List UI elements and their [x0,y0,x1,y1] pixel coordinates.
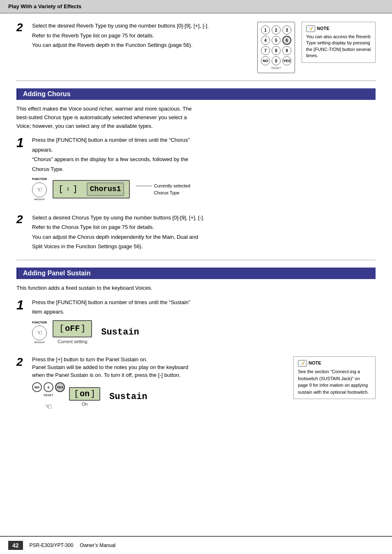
reverb-line1: Select the desired Reverb Type by using … [32,22,249,30]
numpad-1: 1 [261,25,270,35]
sustain-step1-text: Press the [FUNCTION] button a number of … [32,298,376,349]
annotation-row: Currently selected [136,182,190,189]
sustain-step2-num: 2 [16,356,28,368]
footer-model: PSR-E303/YPT-300 [30,542,74,548]
sustain-on-lcd: [ on ] [69,387,100,401]
numpad-5: 5 [272,36,281,45]
footer-manual: Owner’s Manual [80,542,115,548]
sustain-s2-line1: Press the [+] button to turn the Panel S… [32,356,285,362]
sustain-bracket-open: [ [59,323,64,335]
header-title: Play With a Variety of Effects [8,3,81,9]
step2-reverb-text: Select the desired Reverb Type by using … [32,22,249,51]
chorus-lcd: [ 1 ] Chorus1 [53,180,130,199]
sustain-fn-bottom: BACKUP [35,341,45,344]
reverb-note-header: 📝 NOTE [306,25,371,32]
page: Play With a Variety of Effects 2 Select … [0,0,392,554]
sustain-fn-circle: ☜ [32,325,47,340]
reverb-line3: You can adjust the Reverb depth in the F… [32,41,249,49]
noyes-row: NO 0 YES [32,382,65,392]
chorus-section-header: Adding Chorus [16,88,376,100]
sustain-label2: Sustain [109,392,147,402]
sustain-s2-line3: when the Panel Sustain is on. To turn it… [32,372,285,378]
sustain-current-caption: Current setting [58,338,87,345]
sustain-note-icon: 📝 [298,360,307,367]
chorus-s2-line2: Refer to the Chorus Type list on page 75… [32,223,376,231]
lcd-bracket-open: [ [58,185,63,194]
sustain-lcd-off: [ oFF ] [53,320,92,337]
footer-page-num: 42 [8,541,23,550]
numpad-plus: YES [282,56,291,65]
chorus-step2-num: 2 [16,214,28,225]
chorus-lcd-wrapper: [ 1 ] Chorus1 Currently selected [53,180,190,199]
footer: 42 PSR-E303/YPT-300 Owner’s Manual [0,536,392,554]
reverb-note-box: 📝 NOTE You can also access the Reverb Ty… [302,22,376,63]
on-bracket-open: [ [74,389,79,399]
no-button: NO [32,382,42,392]
lcd-bracket-close: ] [73,185,78,194]
sustain-note-box: 📝 NOTE See the section “Connect-ing a fo… [293,356,376,399]
chorus-s2-line1: Select a desired Chorus Type by using th… [32,214,376,222]
sustain-lcd-wrapper1: [ oFF ] Current setting [53,320,92,345]
fn-top-label: FUNCTION [32,177,47,182]
chorus-s1-line1: Press the [FUNCTION] button a number of … [32,136,376,144]
lcd-small: 1 [67,186,69,193]
reverb-line2: Refer to the Reverb Type list on page 75… [32,32,249,40]
numpad-2: 2 [272,25,281,35]
chorus-step2-row: 2 Select a desired Chorus Type by using … [16,214,376,252]
sustain-note-text: See the section “Connect-ing a footswitc… [298,368,371,395]
numpad-0: 0 [272,56,281,65]
sustain-diagram-1: FUNCTION ☜ BACKUP [ oFF ] Current settin… [32,320,376,345]
chorus-s1-line2: appears. [32,146,376,154]
numpad-row2: 4 5 6 [261,36,291,45]
function-button-icon: FUNCTION ☜ BACKUP [32,177,47,201]
numpad-4: 4 [261,36,270,45]
chorus-desc-line1: This effect makes the Voice sound richer… [16,105,376,113]
sustain-diagram-2: NO 0 YES RESET ☜ [ on [32,382,285,411]
sustain-step2-row: 2 Press the [+] button to turn the Panel… [16,356,376,416]
divider2 [16,260,376,260]
sustain-fn-button: FUNCTION ☜ BACKUP [32,321,47,345]
sustain-fn-top: FUNCTION [32,321,47,325]
on-text: on [80,389,90,399]
hand-icon2: ☜ [45,402,52,411]
numpad-8: 8 [272,46,281,55]
chorus-type-display: Chorus1 [87,182,125,196]
content-area: 2 Select the desired Reverb Type by usin… [0,14,392,439]
yes-button: YES [55,382,65,392]
chorus-s2-line4: Split Voices in the Function Settings (p… [32,242,376,251]
numpad-9: 9 [282,46,291,55]
sustain-s1-line2: item appears. [32,308,376,316]
chorus-display-diagram: FUNCTION ☜ BACKUP [ 1 ] Chorus1 [32,177,376,201]
numpad-reset-label: RESET [261,67,291,69]
zero-button: 0 [44,382,53,392]
numpad-7: 7 [261,46,270,55]
on-lcd-wrapper: [ on ] On [69,387,100,406]
sustain-title: Adding Panel Sustain [23,270,90,277]
reset-label2: RESET [44,394,53,397]
numpad-diagram: 1 2 3 4 5 6 7 8 9 NO [257,22,295,73]
sustain-s2-line2: Panel Sustain will be added to the notes… [32,364,285,370]
fn-bottom-label: BACKUP [35,198,45,201]
annotation-text2: Chorus Type [154,189,190,196]
chorus-s2-line3: You can adjust the Chorus depth independ… [32,233,376,241]
chorus-step1-row: 1 Press the [FUNCTION] button a number o… [16,136,376,206]
sustain-bracket-close: ] [81,323,85,335]
step2-reverb-num: 2 [16,22,28,33]
sustain-label1: Sustain [101,325,139,339]
chorus-step1-num: 1 [16,136,28,149]
chorus-title: Adding Chorus [23,90,71,97]
numpad-row1: 1 2 3 [261,25,291,35]
numpad-row3: 7 8 9 [261,46,291,55]
reverb-diagram-area: 1 2 3 4 5 6 7 8 9 NO [257,22,376,73]
chorus-step2-text: Select a desired Chorus Type by using th… [32,214,376,252]
note-label: NOTE [317,25,330,32]
header-bar: Play With a Variety of Effects [0,0,392,14]
sustain-desc-text: This function adds a fixed sustain to th… [16,284,376,293]
chorus-s1-line3: “Chorus” appears in the display for a fe… [32,155,376,164]
sustain-step1-num: 1 [16,298,28,312]
chorus-desc: This effect makes the Voice sound richer… [16,105,376,130]
numpad-6: 6 [282,36,291,45]
reverb-step2-row: 2 Select the desired Reverb Type by usin… [16,22,376,73]
annotation-text1: Currently selected [154,182,190,189]
sustain-desc: This function adds a fixed sustain to th… [16,284,376,293]
